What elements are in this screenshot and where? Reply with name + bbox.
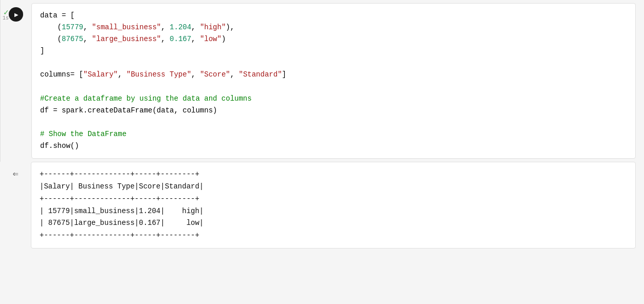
output-cell: ⇒ +------+-------------+-----+--------+ … [0, 162, 644, 252]
code-editor[interactable]: data = [ (15779, "small_business", 1.204… [31, 3, 636, 159]
run-button[interactable] [9, 7, 23, 22]
code-cell: ✓ 1s data = [ (15779, "small_business", … [0, 0, 644, 162]
output-arrow-icon: ⇒ [13, 168, 19, 179]
notebook-container: ✓ 1s data = [ (15779, "small_business", … [0, 0, 644, 304]
output-text: +------+-------------+-----+--------+ |S… [40, 170, 204, 239]
cell-execution-time: 1s [3, 15, 9, 21]
cell-gutter: ✓ 1s [1, 0, 31, 162]
output-area: +------+-------------+-----+--------+ |S… [31, 162, 636, 249]
output-gutter: ⇒ [0, 162, 31, 252]
code-content: data = [ (15779, "small_business", 1.204… [40, 10, 627, 152]
